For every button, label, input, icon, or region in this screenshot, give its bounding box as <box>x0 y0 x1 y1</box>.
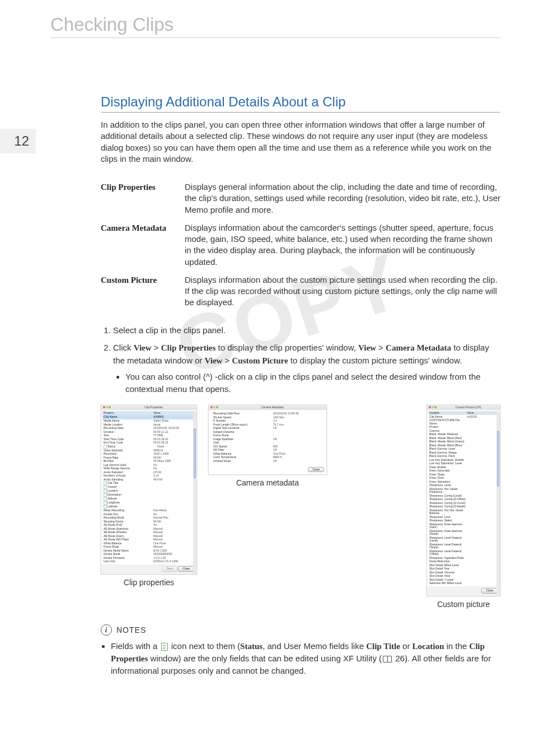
cell-value: 50 Mbps CBR <box>153 460 194 463</box>
cell-key: Skin Detail: Area <box>429 575 467 578</box>
cell-key: Knee: Point <box>429 477 467 480</box>
cell-key: Image Stabilizer <box>213 438 273 441</box>
cell-key: Resolution <box>104 452 153 456</box>
notes-item: Fields with a icon next to them (Status,… <box>111 640 500 676</box>
cell-key: Device Serial <box>104 553 153 556</box>
close-button[interactable]: Close <box>308 467 324 473</box>
cell-value <box>157 501 194 505</box>
titlebar-dots-icon <box>210 406 219 409</box>
cell-key: Recording Date/ <box>104 427 153 430</box>
cell-value <box>467 509 498 515</box>
titlebar-dots-icon <box>103 406 111 409</box>
cell-value <box>467 488 498 494</box>
cell-key: CUSTOM PICTURE File Name <box>429 419 467 425</box>
button-row: Close <box>209 465 326 475</box>
menu-view: View <box>204 356 222 365</box>
notes-heading: i NOTES <box>101 624 500 636</box>
cell-key: Low Key Saturation: Level <box>429 462 467 465</box>
cell-value: 59.94i <box>153 520 194 524</box>
cell-key: Lens Info. <box>104 560 153 563</box>
cell-value: Manual <box>153 545 194 549</box>
cell-key: Size <box>104 434 153 437</box>
cell-value: 00:01:39.22 <box>153 441 194 445</box>
info-desc: Displays general information about the c… <box>185 178 500 219</box>
field-status: Status <box>240 642 263 651</box>
t: or <box>400 641 413 651</box>
menu-view: View <box>134 343 152 352</box>
cell-value: Off <box>273 460 322 463</box>
info-label: Camera Metadata <box>101 219 185 271</box>
cell-key: Sharpness: Select <box>429 519 467 522</box>
cell-value <box>467 447 498 451</box>
cell-key: Sharpness: Level Depend (Offset) <box>429 550 467 556</box>
cell-key: Sharpness: Hor. Detail Frequency <box>429 488 467 494</box>
table-row: Image StabilizerOff <box>212 437 323 441</box>
cell-value <box>467 564 498 567</box>
button-row: Save Close <box>101 564 196 574</box>
t: icon next to them ( <box>169 641 241 651</box>
table-row: Sharpness: Level Depend (Slope) <box>428 543 499 549</box>
cell-value <box>467 567 498 571</box>
scrollbar[interactable] <box>496 412 500 596</box>
save-button[interactable]: Save <box>162 566 177 572</box>
cell-value <box>467 459 498 462</box>
caption-clip-properties: Clip properties <box>101 578 197 587</box>
cell-value: 48 KHz <box>153 478 194 482</box>
table-row: Infrared ModeOff <box>212 459 323 463</box>
cell-value <box>467 578 498 582</box>
cell-key: Recording Mode <box>104 516 153 520</box>
info-label: Clip Properties <box>101 178 185 219</box>
step-2-sub: You can also control (^) -click on a cli… <box>125 371 500 395</box>
running-title: Checking Clips <box>50 0 500 38</box>
cell-key: Skin Detail: Hue <box>429 567 467 571</box>
page-ref: 26 <box>393 654 405 663</box>
cell-value <box>467 437 498 440</box>
cell-value: Safari Shots <box>153 419 194 423</box>
section-heading: Displaying Additional Details About a Cl… <box>101 94 500 113</box>
cell-value <box>467 469 498 473</box>
cell-value: 4900 K <box>273 456 322 459</box>
custom-picture-window: Custom Picture (CP) VariableValueClip Na… <box>427 405 500 596</box>
cell-value: No <box>153 464 194 467</box>
table-row: Clip Properties Displays general informa… <box>101 178 500 219</box>
close-button[interactable]: Close <box>178 566 194 572</box>
cell-key: AE Mode (Full) <box>104 524 153 527</box>
page-number: 12 <box>0 129 36 153</box>
cell-value: None <box>157 445 194 449</box>
cell-value <box>157 486 194 489</box>
table-row: Recording Date/2012/01/01 13:03:36 <box>102 427 195 431</box>
cell-key: End Time Code <box>104 441 153 445</box>
window-titlebar: Custom Picture (CP) <box>427 405 500 410</box>
cell-value: LPCM <box>153 471 194 474</box>
cell-value <box>157 493 194 497</box>
cell-key: Sharpness: Knee Aperture (Gain) <box>429 523 467 529</box>
cell-value <box>467 466 498 469</box>
info-table: Clip Properties Displays general informa… <box>101 178 500 312</box>
table-row: Sharpness: Hor. Detail Frequency <box>428 487 499 494</box>
cell-key: Wide Range Gamma <box>104 467 153 470</box>
cell-value: Value <box>467 412 474 415</box>
scrollbar[interactable] <box>193 412 196 574</box>
menu-view: View <box>358 343 376 352</box>
cell-value: AA0001 <box>153 416 163 419</box>
cell-value <box>467 582 498 585</box>
field-location: Location <box>413 642 444 651</box>
window-title: Custom Picture (CP) <box>438 406 498 409</box>
cell-value: 2 ch <box>153 474 194 478</box>
table-row: Sharpness: Knee Aperture (Slope) <box>428 529 499 536</box>
table-row: Device Firmware1.0.0.1.00 <box>102 556 195 560</box>
cell-value <box>157 489 194 493</box>
cell-key: Black: Master Black (Green) <box>429 440 467 444</box>
cell-key: Sharpness: Hor./Ver. Detail Balance <box>429 509 467 515</box>
cell-key: ND Filter <box>213 449 273 452</box>
cell-key: Protect <box>429 426 467 429</box>
cell-value <box>467 473 498 477</box>
cell-value <box>467 444 498 447</box>
button-row: Close <box>427 586 500 596</box>
cell-key: Focus Mode <box>104 545 153 549</box>
cell-value <box>467 430 498 433</box>
close-button[interactable]: Close <box>481 588 498 594</box>
cell-key: Sharpness: Level Depend (Slope) <box>429 543 467 549</box>
info-desc: Displays information about the camcorder… <box>185 219 500 271</box>
cell-key: AE Mode (ND Filter) <box>104 538 153 542</box>
